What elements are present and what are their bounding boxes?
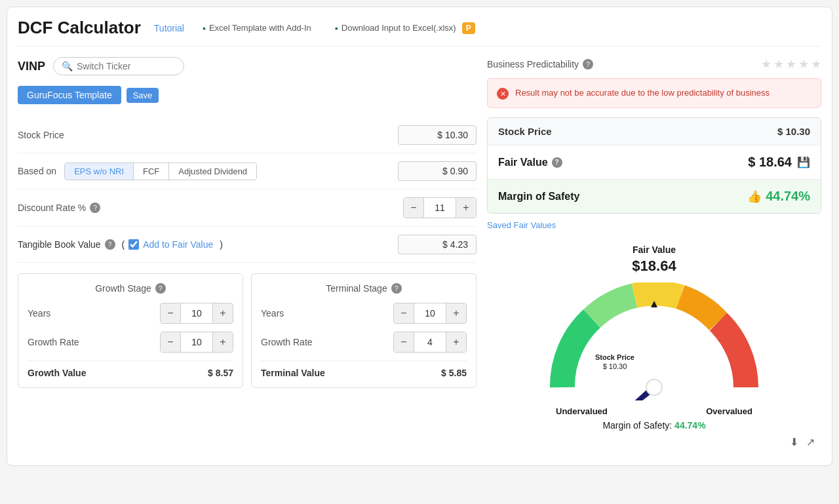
growth-stage-footer: Growth Value $ 8.57	[28, 360, 233, 378]
terminal-stage-title: Terminal Stage ?	[261, 283, 467, 294]
discount-rate-plus[interactable]: +	[456, 198, 476, 218]
terminal-growth-rate-spinner: − 4 +	[393, 332, 467, 353]
predictability-label: Business Predictability ?	[487, 59, 593, 69]
excel-icon: ▪	[203, 23, 206, 33]
svg-text:$ 10.30: $ 10.30	[603, 362, 627, 370]
ticker-search-box[interactable]: 🔍	[53, 57, 184, 75]
gauge-svg: Stock Price $ 10.30	[549, 282, 759, 400]
growth-rate-row: Growth Rate − 10 +	[28, 332, 233, 353]
margin-value: 👍 44.74%	[747, 189, 810, 204]
ticker-symbol: VINP	[18, 60, 45, 73]
growth-stage-help-icon[interactable]: ?	[155, 283, 166, 294]
tab-adjusted-dividend[interactable]: Adjusted Dividend	[169, 163, 256, 180]
saved-fair-values-link[interactable]: Saved Fair Values	[487, 220, 821, 230]
discount-rate-minus[interactable]: −	[404, 198, 423, 218]
fair-value-row: Fair Value ? $ 18.64 💾	[488, 145, 821, 180]
growth-years-label: Years	[28, 308, 50, 319]
terminal-years-label: Years	[261, 308, 284, 319]
terminal-years-minus[interactable]: −	[394, 303, 414, 323]
fair-value-help-icon[interactable]: ?	[552, 157, 562, 168]
add-to-fv-link[interactable]: Add to Fair Value	[143, 239, 213, 250]
tbv-row: Tangible Book Value ? ( Add to Fair Valu…	[18, 227, 477, 263]
terminal-growth-rate-label: Growth Rate	[261, 337, 313, 347]
tbv-help-icon[interactable]: ?	[105, 239, 115, 250]
predictability-row: Business Predictability ? ★ ★ ★ ★ ★	[487, 57, 821, 71]
stock-price-value: $ 10.30	[398, 125, 477, 145]
tab-eps[interactable]: EPS w/o NRI	[65, 163, 134, 180]
discount-rate-value: 11	[423, 198, 456, 218]
star-3: ★	[786, 57, 796, 71]
excel-template-button[interactable]: ▪ Excel Template with Add-In	[197, 20, 317, 36]
page-title: DCF Calculator	[18, 18, 141, 38]
thumbs-up-icon: 👍	[747, 189, 762, 204]
search-icon: 🔍	[62, 61, 73, 71]
growth-years-minus[interactable]: −	[161, 303, 180, 323]
growth-rate-minus[interactable]: −	[161, 332, 180, 352]
growth-stage-title: Growth Stage ?	[28, 283, 233, 294]
gauge-chart: Fair Value $18.64	[487, 238, 821, 455]
overvalued-label: Overvalued	[706, 406, 752, 416]
growth-years-row: Years − 10 +	[28, 303, 233, 324]
undervalued-label: Undervalued	[556, 406, 608, 416]
terminal-growth-rate-minus[interactable]: −	[394, 332, 414, 352]
template-button[interactable]: GuruFocus Template	[18, 86, 121, 104]
predictability-help-icon[interactable]: ?	[583, 59, 593, 69]
svg-text:Stock Price: Stock Price	[595, 353, 634, 361]
terminal-years-spinner: − 10 +	[393, 303, 467, 324]
growth-rate-label: Growth Rate	[28, 337, 79, 347]
based-on-label: Based on	[18, 166, 56, 176]
star-4: ★	[798, 57, 809, 71]
terminal-growth-rate-row: Growth Rate − 4 +	[261, 332, 467, 353]
tab-fcf[interactable]: FCF	[134, 163, 169, 180]
mos-percentage: 44.74%	[674, 420, 705, 431]
svg-point-5	[646, 379, 662, 395]
margin-of-safety-row: Margin of Safety 👍 44.74%	[488, 180, 821, 213]
search-input[interactable]	[77, 61, 175, 71]
warning-icon: ✕	[497, 88, 509, 100]
download-icon[interactable]: ⬇	[790, 436, 798, 448]
growth-years-plus[interactable]: +	[213, 303, 233, 323]
tbv-value: $ 4.23	[398, 235, 477, 254]
discount-rate-spinner: − 11 +	[403, 197, 477, 218]
gauge-title: Fair Value	[494, 244, 815, 255]
growth-rate-spinner: − 10 +	[160, 332, 233, 353]
growth-rate-plus[interactable]: +	[213, 332, 233, 352]
gauge-actions: ⬇ ↗	[494, 436, 815, 448]
save-fair-value-icon[interactable]: 💾	[797, 156, 810, 168]
stock-price-row: Stock Price $ 10.30	[18, 117, 477, 153]
download-excel-button[interactable]: ▪ Download Input to Excel(.xlsx) P	[330, 20, 480, 37]
stock-price-label: Stock Price	[18, 130, 64, 140]
terminal-stage-help-icon[interactable]: ?	[391, 283, 402, 294]
tutorial-link[interactable]: Tutorial	[154, 23, 184, 33]
growth-years-spinner: − 10 +	[160, 303, 233, 324]
terminal-years-value: 10	[414, 303, 446, 323]
terminal-growth-rate-value: 4	[414, 332, 446, 352]
discount-rate-help-icon[interactable]: ?	[90, 203, 100, 213]
star-1: ★	[761, 57, 771, 71]
tbv-label-text: Tangible Book Value	[18, 239, 101, 250]
warning-text: Result may not be accurate due to the lo…	[515, 87, 770, 100]
star-5: ★	[811, 57, 821, 71]
add-to-fv-checkbox[interactable]	[128, 239, 139, 250]
terminal-value: $ 5.85	[441, 368, 467, 378]
excel-icon-2: ▪	[335, 23, 338, 33]
margin-label: Margin of Safety	[498, 191, 579, 203]
terminal-years-plus[interactable]: +	[446, 303, 466, 323]
save-button[interactable]: Save	[127, 88, 159, 103]
share-icon[interactable]: ↗	[806, 436, 815, 448]
terminal-value-label: Terminal Value	[261, 368, 325, 378]
gauge-labels: Undervalued Overvalued	[549, 406, 759, 416]
growth-rate-value: 10	[180, 332, 213, 352]
gauge-value: $18.64	[494, 258, 815, 275]
warning-box: ✕ Result may not be accurate due to the …	[487, 78, 821, 108]
result-stock-price-value: $ 10.30	[777, 126, 810, 137]
growth-value-label: Growth Value	[28, 368, 86, 378]
growth-value: $ 8.57	[208, 368, 233, 378]
gauge-wrapper: Stock Price $ 10.30	[549, 282, 759, 416]
add-to-fv-checkbox-wrapper: Add to Fair Value	[128, 239, 213, 250]
terminal-growth-rate-plus[interactable]: +	[446, 332, 466, 352]
terminal-years-row: Years − 10 +	[261, 303, 467, 324]
discount-rate-row: Discount Rate % ? − 11 +	[18, 189, 477, 227]
fair-value-label: Fair Value ?	[498, 157, 562, 168]
based-on-row: Based on EPS w/o NRI FCF Adjusted Divide…	[18, 153, 477, 189]
